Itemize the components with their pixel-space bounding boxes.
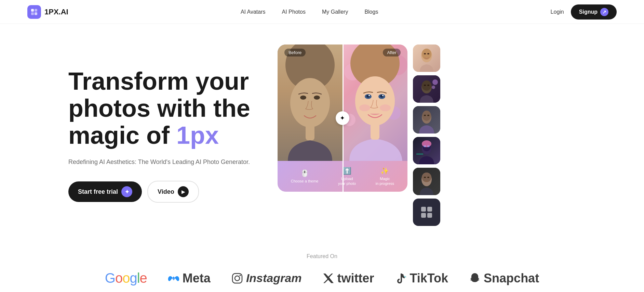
svg-point-28 — [427, 53, 429, 54]
nav-link-blogs[interactable]: Blogs — [364, 9, 378, 15]
svg-point-32 — [424, 85, 426, 86]
svg-point-21 — [368, 95, 370, 96]
logo[interactable]: 1PX.AI — [27, 5, 68, 19]
hero-subtitle: Redefining AI Aesthetics: The World's Le… — [68, 157, 250, 167]
svg-point-38 — [422, 111, 431, 121]
thumbnail-3[interactable] — [413, 106, 440, 134]
nav-link-ai-photos[interactable]: AI Photos — [282, 9, 306, 15]
hero-section: Transform your photos with the magic of … — [0, 24, 644, 240]
divider-circle: ✦ — [336, 111, 349, 125]
hero-title: Transform your photos with the magic of … — [68, 68, 250, 149]
svg-rect-0 — [31, 9, 34, 12]
svg-point-50 — [422, 173, 431, 182]
grid-icon — [418, 204, 435, 220]
meta-icon — [167, 272, 180, 284]
svg-rect-8 — [306, 123, 314, 140]
signup-button[interactable]: Signup ↗ — [571, 4, 617, 20]
svg-point-31 — [422, 80, 431, 91]
svg-rect-1 — [35, 9, 37, 12]
nav-link-ai-avatars[interactable]: AI Avatars — [241, 9, 266, 15]
nav-link-my-gallery[interactable]: My Gallery — [322, 9, 348, 15]
tiktok-text: TikTok — [410, 271, 448, 285]
svg-point-34 — [432, 79, 438, 85]
before-after-labels: Before After — [278, 45, 407, 61]
meta-text: Meta — [183, 271, 211, 285]
logo-text: 1PX.AI — [44, 8, 68, 16]
nav-actions: Login Signup ↗ — [551, 4, 617, 20]
svg-point-26 — [422, 49, 431, 60]
instagram-icon — [231, 272, 243, 284]
play-icon: ▶ — [178, 186, 189, 197]
snapchat-icon — [469, 272, 481, 284]
hero-buttons: Start free trial ✦ Video ▶ — [68, 181, 250, 203]
video-button[interactable]: Video ▶ — [147, 181, 199, 203]
snapchat-text: Snapchat — [484, 271, 539, 285]
svg-point-27 — [424, 53, 426, 54]
tiktok-icon — [394, 272, 407, 284]
svg-rect-3 — [35, 12, 37, 15]
twitter-logo[interactable]: twitter — [322, 271, 374, 285]
signup-arrow-icon: ↗ — [600, 8, 608, 16]
svg-point-35 — [432, 86, 435, 89]
svg-rect-2 — [31, 12, 34, 15]
thumbnail-1[interactable] — [413, 45, 440, 72]
trial-sparkle-icon: ✦ — [121, 186, 132, 197]
svg-point-6 — [300, 96, 306, 100]
thumbnail-grid[interactable] — [413, 199, 440, 226]
brand-logos: Google Meta Instagram twitter — [27, 270, 617, 286]
divider-line — [343, 45, 344, 161]
google-logo[interactable]: Google — [105, 270, 147, 286]
svg-point-54 — [235, 276, 240, 281]
svg-point-33 — [427, 85, 429, 86]
upload-icon: ⬆️ — [343, 167, 351, 175]
step-choose-theme: 🖱️ Choose a theme — [291, 169, 319, 183]
svg-point-16 — [380, 104, 391, 111]
instagram-logo[interactable]: Instagram — [231, 271, 302, 285]
after-image — [343, 45, 407, 161]
snapchat-logo[interactable]: Snapchat — [469, 271, 539, 285]
start-trial-button[interactable]: Start free trial ✦ — [68, 181, 142, 202]
svg-point-14 — [355, 76, 395, 126]
tiktok-logo[interactable]: TikTok — [394, 271, 448, 285]
after-label: After — [383, 49, 400, 56]
comparison-image: ✦ — [278, 45, 407, 161]
svg-point-40 — [427, 115, 429, 116]
instagram-text: Instagram — [246, 271, 302, 285]
side-thumbnails — [413, 45, 440, 226]
before-image — [278, 45, 343, 161]
svg-point-46 — [422, 140, 431, 147]
nav-links: AI Avatars AI Photos My Gallery Blogs — [241, 9, 378, 15]
before-after-card: Before After — [278, 45, 407, 192]
sparkle-icon: ✨ — [380, 167, 389, 175]
thumbnail-2[interactable] — [413, 75, 440, 103]
google-text: Google — [105, 270, 147, 286]
mouse-icon: 🖱️ — [300, 169, 309, 177]
svg-point-15 — [359, 104, 370, 111]
hero-image-area: Before After — [278, 45, 617, 226]
svg-point-39 — [424, 115, 426, 116]
svg-point-22 — [382, 95, 384, 96]
thumbnail-5[interactable] — [413, 168, 440, 195]
svg-point-5 — [290, 78, 330, 127]
step-upload-photo: ⬆️ Uploadyour photo — [338, 167, 356, 186]
twitter-icon — [322, 272, 334, 284]
svg-point-7 — [314, 96, 320, 100]
login-button[interactable]: Login — [551, 9, 564, 15]
thumbnail-4[interactable] — [413, 137, 440, 164]
svg-point-55 — [239, 275, 241, 276]
meta-logo[interactable]: Meta — [167, 271, 211, 285]
svg-rect-23 — [371, 123, 379, 140]
svg-point-51 — [424, 177, 426, 178]
twitter-text: twitter — [337, 271, 374, 285]
navbar: 1PX.AI AI Avatars AI Photos My Gallery B… — [0, 0, 644, 24]
step-magic: ✨ Magicin progress — [376, 167, 394, 186]
hero-text: Transform your photos with the magic of … — [68, 68, 250, 203]
before-label: Before — [284, 49, 306, 56]
svg-point-52 — [427, 177, 429, 178]
featured-section: Featured On Google Meta Instagram — [0, 240, 644, 292]
featured-label: Featured On — [27, 253, 617, 259]
logo-icon — [27, 5, 41, 19]
